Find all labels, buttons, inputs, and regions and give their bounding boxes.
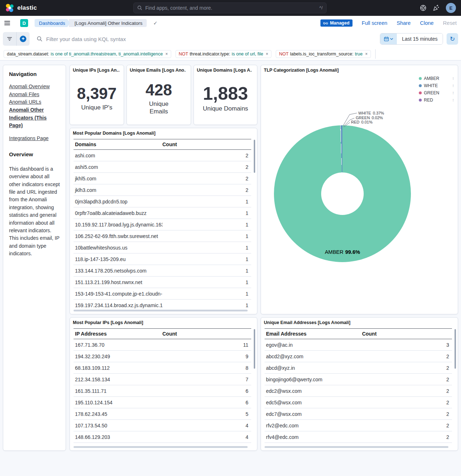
- legend-actions-icon[interactable]: ⁝: [453, 98, 454, 103]
- legend-actions-icon[interactable]: ⁝: [453, 76, 454, 81]
- table-row: jklh3.com2: [74, 184, 251, 196]
- table-header: Email Addresses Count: [265, 328, 452, 339]
- help-icon[interactable]: [420, 5, 426, 11]
- cell-value: 118.ip-147-135-209.eu: [74, 256, 163, 262]
- horizontal-scrollbar[interactable]: [74, 310, 248, 311]
- domains-table: Domains Count ashi.com2ashi5.com2jkhl5.c…: [74, 139, 251, 308]
- emails-table: Email Addresses Count egov@ac.in3abcd2@x…: [265, 328, 452, 445]
- legend-dot: [419, 99, 422, 102]
- horizontal-scrollbar[interactable]: [265, 446, 448, 448]
- full-screen-button[interactable]: Full screen: [362, 20, 387, 26]
- column-header[interactable]: Count: [163, 142, 252, 147]
- table-row: 161.35.111.716: [74, 385, 251, 397]
- calendar-icon: [384, 36, 389, 41]
- legend-item[interactable]: RED⁝: [419, 98, 453, 103]
- search-icon: [37, 36, 43, 42]
- donut-chart[interactable]: AMBER99.6%: [274, 125, 411, 262]
- time-range-value[interactable]: Last 15 minutes: [397, 33, 443, 44]
- legend-item[interactable]: GREEN⁝: [419, 90, 453, 95]
- menu-icon[interactable]: [4, 18, 14, 28]
- cell-count: 1: [163, 268, 252, 274]
- table-row: jkhl5.com2: [74, 173, 251, 184]
- legend-item[interactable]: WHITE⁝: [419, 83, 453, 88]
- sidebar-link[interactable]: Anomali Overview: [9, 83, 60, 91]
- vertical-scrollbar[interactable]: [455, 329, 456, 369]
- sidebar-link[interactable]: Anomali Files: [9, 91, 60, 99]
- callout-red: RED0.01%: [351, 120, 372, 124]
- managed-badge[interactable]: Managed: [320, 19, 352, 27]
- filter-pill[interactable]: NOTthreat.indicator.type:is one of url, …: [176, 50, 272, 58]
- column-header[interactable]: Count: [362, 331, 452, 337]
- cell-value: ashi.com: [74, 153, 163, 158]
- kql-query-input[interactable]: Filter your data using KQL syntax: [33, 36, 376, 42]
- legend-actions-icon[interactable]: ⁝: [453, 84, 454, 88]
- sidebar-link[interactable]: Anomali Other Indicators (This Page): [9, 106, 60, 130]
- filter-pill[interactable]: data_stream.dataset:is one of ti_anomali…: [4, 50, 171, 58]
- keyboard-shortcut-hint: ^/: [319, 5, 323, 10]
- user-avatar[interactable]: E: [446, 3, 456, 13]
- legend-actions-icon[interactable]: ⁝: [453, 91, 454, 95]
- remove-filter-icon[interactable]: ×: [365, 51, 368, 57]
- brand[interactable]: elastic: [5, 3, 37, 13]
- metric-label: Unique Domains: [203, 105, 248, 112]
- legend-item[interactable]: AMBER⁝: [419, 76, 453, 81]
- legend-label: WHITE: [424, 83, 451, 88]
- share-button[interactable]: Share: [397, 20, 411, 26]
- cell-count: 2: [362, 423, 452, 428]
- filter-button-group: +: [3, 32, 30, 46]
- clone-button[interactable]: Clone: [420, 20, 434, 26]
- remove-filter-icon[interactable]: ×: [165, 51, 168, 57]
- cell-count: 7: [163, 377, 252, 382]
- cell-value: edc7@wsx.com: [265, 411, 362, 417]
- filter-divider: [375, 49, 376, 59]
- horizontal-scrollbar[interactable]: [74, 446, 248, 448]
- overview-text: This dashboard is a overview about all o…: [9, 165, 60, 258]
- panel-title: Most Popular IPs [Logs Anomali]: [73, 320, 143, 325]
- chart-legend: AMBER⁝WHITE⁝GREEN⁝RED⁝: [419, 76, 453, 103]
- remove-filter-icon[interactable]: ×: [266, 51, 268, 57]
- brand-name: elastic: [17, 4, 37, 12]
- breadcrumb-dashboards[interactable]: Dashboards: [35, 19, 70, 27]
- column-header[interactable]: Domains: [74, 142, 163, 147]
- reset-button[interactable]: Reset: [443, 20, 457, 26]
- most-popular-domains-panel: Most Popular Domains [Logs Anomali] Doma…: [70, 128, 257, 314]
- table-row: 118.ip-147-135-209.eu1: [74, 253, 251, 265]
- ips-table: IP Addresses Count 167.71.36.7011194.32.…: [74, 328, 251, 445]
- add-filter-button[interactable]: +: [16, 32, 30, 46]
- cell-count: 2: [163, 187, 252, 193]
- column-header[interactable]: IP Addresses: [74, 331, 163, 337]
- dashboard-header-bar: D Dashboards [Logs Anomali] Other Indica…: [0, 16, 461, 30]
- vertical-scrollbar[interactable]: [254, 140, 255, 173]
- cell-value: 159.197.234.114.broad.xz.js.dynamic.16: [74, 302, 163, 308]
- table-row: 10.159.92.117.broad.lyg.js.dynamic.1631: [74, 219, 251, 230]
- navigation-heading: Navigation: [9, 71, 60, 77]
- cell-value: bingojingo6@qwerty.com: [265, 377, 362, 382]
- table-row: rfv4@edc.com2: [265, 431, 452, 443]
- table-row: 106.252-62-69.ftth.swbr.surewest.net1: [74, 230, 251, 242]
- cell-value: 153-149-153-41.compute.jp-e1.cloudn-: [74, 291, 163, 297]
- news-feed-icon[interactable]: [433, 5, 439, 11]
- cell-value: 0jm3lapdh3.pdcdn5.top: [74, 199, 163, 205]
- cell-value: 133.144.178.205.netsolvps.com: [74, 268, 163, 274]
- cell-value: rfv4@edc.com: [265, 434, 362, 440]
- sidebar-link[interactable]: Integrations Page: [9, 135, 60, 143]
- cell-value: 195.110.124.154: [74, 400, 163, 405]
- panel-title: Most Popular Domains [Logs Anomali]: [73, 131, 155, 136]
- global-search-input[interactable]: Find apps, content, and more. ^/: [133, 3, 327, 13]
- cell-count: 1: [163, 302, 252, 308]
- refresh-button[interactable]: ↻: [447, 33, 458, 45]
- cell-value: 161.35.111.71: [74, 388, 163, 394]
- vertical-scrollbar[interactable]: [254, 329, 255, 369]
- column-header[interactable]: Email Addresses: [265, 331, 362, 337]
- filter-options-button[interactable]: [3, 32, 16, 46]
- cell-value: abcd@xyz.in: [265, 365, 362, 371]
- cell-count: 2: [362, 365, 452, 371]
- legend-label: RED: [424, 98, 451, 103]
- table-row: 195.110.124.1546: [74, 397, 251, 408]
- filter-pill[interactable]: NOTlabels.is_ioc_transform_source:true×: [276, 50, 371, 58]
- global-search-placeholder: Find apps, content, and more.: [145, 5, 316, 11]
- calendar-dropdown-button[interactable]: [380, 33, 397, 44]
- sidebar-link[interactable]: Anomali URLs: [9, 98, 60, 106]
- column-header[interactable]: Count: [163, 331, 252, 337]
- legend-dot: [419, 77, 422, 80]
